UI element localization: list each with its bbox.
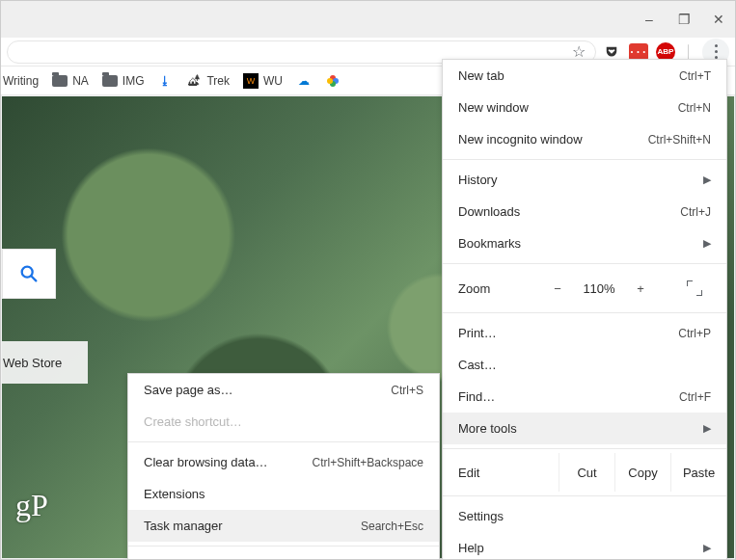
edit-copy-button[interactable]: Copy: [614, 453, 670, 492]
zoom-label: Zoom: [458, 281, 539, 296]
bookmark-folder-img[interactable]: IMG: [102, 74, 145, 88]
trek-icon: 🏕: [186, 73, 202, 89]
menu-new-tab[interactable]: New tab Ctrl+T: [443, 60, 726, 92]
bookmark-label: IMG: [123, 74, 145, 88]
svg-line-5: [32, 277, 37, 281]
lastpass-extension-icon[interactable]: • • •: [629, 43, 648, 61]
chrome-main-menu: New tab Ctrl+T New window Ctrl+N New inc…: [442, 59, 727, 560]
menu-divider: [443, 263, 726, 264]
menu-zoom-row: Zoom − 110% +: [443, 268, 726, 308]
menu-divider: [128, 546, 439, 547]
fullscreen-icon: [687, 280, 702, 296]
fullscreen-button[interactable]: [678, 278, 711, 299]
menu-shortcut: Ctrl+F: [679, 390, 711, 404]
photos-icon: [325, 73, 341, 89]
window-minimize-button[interactable]: –: [642, 13, 656, 26]
bookmark-folder-na[interactable]: NA: [52, 74, 89, 88]
menu-divider: [443, 495, 726, 496]
menu-item-label: Print…: [458, 326, 678, 340]
bookmark-onedrive[interactable]: ☁: [296, 73, 312, 89]
menu-item-label: Task manager: [144, 519, 361, 533]
menu-shortcut: Ctrl+T: [679, 69, 711, 83]
menu-item-label: Create shortcut…: [144, 414, 423, 429]
menu-history[interactable]: History ▶: [443, 164, 726, 196]
menu-item-label: More tools: [458, 421, 703, 436]
submenu-arrow-icon: ▶: [703, 422, 711, 435]
bookmark-wu[interactable]: WWU: [243, 73, 283, 89]
search-launcher[interactable]: [2, 249, 56, 299]
menu-item-label: Settings: [458, 509, 711, 523]
menu-item-label: Downloads: [458, 204, 680, 219]
menu-item-label: New tab: [458, 68, 679, 83]
submenu-create-shortcut: Create shortcut…: [128, 406, 439, 438]
menu-shortcut: Search+Esc: [361, 520, 423, 533]
submenu-arrow-icon: ▶: [703, 173, 711, 186]
menu-new-window[interactable]: New window Ctrl+N: [443, 92, 726, 123]
more-tools-submenu: Save page as… Ctrl+S Create shortcut… Cl…: [127, 373, 440, 560]
window-titlebar: – ❐ ✕: [1, 1, 735, 38]
window-close-button[interactable]: ✕: [712, 13, 725, 26]
zoom-in-button[interactable]: +: [622, 281, 659, 296]
menu-item-label: Find…: [458, 389, 679, 404]
menu-settings[interactable]: Settings: [443, 500, 726, 532]
menu-divider: [443, 448, 726, 449]
bookmark-label: NA: [72, 74, 89, 88]
toolbar-separator: │: [685, 44, 693, 59]
edit-label: Edit: [458, 466, 559, 480]
submenu-task-manager[interactable]: Task manager Search+Esc: [128, 510, 439, 542]
menu-divider: [128, 441, 439, 442]
bookmark-label: Trek: [206, 74, 230, 88]
edit-cut-button[interactable]: Cut: [559, 453, 614, 492]
bookmark-writing[interactable]: Writing: [3, 74, 39, 88]
webstore-label: Web Store: [3, 356, 62, 370]
menu-item-label: Clear browsing data…: [144, 455, 313, 469]
zoom-percent: 110%: [576, 281, 622, 296]
edit-paste-button[interactable]: Paste: [670, 453, 726, 492]
menu-item-label: Bookmarks: [458, 236, 703, 251]
zoom-out-button[interactable]: −: [539, 281, 576, 296]
menu-shortcut: Ctrl+Shift+N: [648, 133, 711, 147]
menu-divider: [443, 312, 726, 313]
menu-item-label: Help: [458, 541, 703, 555]
menu-item-label: Cast…: [458, 358, 711, 372]
submenu-save-page[interactable]: Save page as… Ctrl+S: [128, 374, 439, 406]
menu-find[interactable]: Find… Ctrl+F: [443, 381, 726, 413]
submenu-extensions[interactable]: Extensions: [128, 478, 439, 510]
submenu-take-screenshot[interactable]: Take screenshot: [128, 550, 439, 560]
menu-downloads[interactable]: Downloads Ctrl+J: [443, 196, 726, 227]
menu-shortcut: Ctrl+N: [678, 101, 711, 115]
folder-icon: [52, 75, 68, 87]
bookmark-trek[interactable]: 🏕Trek: [186, 73, 230, 89]
menu-bookmarks[interactable]: Bookmarks ▶: [443, 227, 726, 259]
wu-icon: W: [243, 73, 259, 89]
menu-item-label: Save page as…: [144, 383, 391, 397]
menu-print[interactable]: Print… Ctrl+P: [443, 317, 726, 349]
submenu-clear-browsing-data[interactable]: Clear browsing data… Ctrl+Shift+Backspac…: [128, 446, 439, 478]
folder-icon: [102, 75, 118, 87]
submenu-arrow-icon: ▶: [703, 237, 711, 250]
onedrive-icon: ☁: [296, 73, 312, 89]
page-logo: gP: [15, 488, 48, 523]
menu-edit-row: Edit Cut Copy Paste: [443, 453, 726, 492]
menu-shortcut: Ctrl+P: [678, 327, 711, 340]
menu-shortcut: Ctrl+Shift+Backspace: [313, 456, 423, 469]
webstore-tile[interactable]: Web Store: [2, 341, 88, 384]
bookmark-label: WU: [263, 74, 283, 88]
search-icon: [18, 263, 40, 284]
bookmark-photos[interactable]: [325, 73, 341, 89]
menu-incognito[interactable]: New incognito window Ctrl+Shift+N: [443, 123, 726, 155]
menu-item-label: History: [458, 173, 703, 187]
menu-cast[interactable]: Cast…: [443, 349, 726, 381]
menu-shortcut: Ctrl+J: [680, 205, 711, 219]
menu-item-label: New window: [458, 100, 678, 115]
svg-point-3: [327, 78, 333, 84]
download-icon: ⭳: [157, 73, 173, 89]
menu-more-tools[interactable]: More tools ▶: [443, 413, 726, 444]
bookmark-download[interactable]: ⭳: [157, 73, 173, 89]
menu-help[interactable]: Help ▶: [443, 532, 726, 560]
menu-item-label: Extensions: [144, 487, 423, 501]
bookmark-label: Writing: [3, 74, 39, 88]
window-maximize-button[interactable]: ❐: [677, 13, 691, 26]
menu-item-label: New incognito window: [458, 132, 648, 147]
submenu-arrow-icon: ▶: [703, 542, 711, 554]
